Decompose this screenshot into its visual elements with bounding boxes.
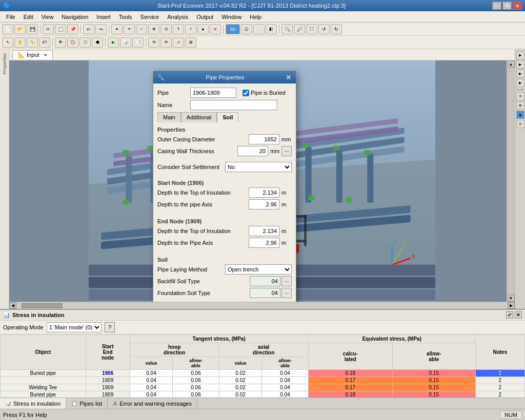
help-question-btn[interactable]: ? [105, 322, 115, 332]
tb-iso3[interactable]: ⤢ [173, 37, 184, 48]
tab-pipes-list[interactable]: 📋 Pipes list [66, 398, 108, 409]
input-tab[interactable]: 📐 Input × [12, 50, 53, 59]
name-input[interactable] [190, 100, 277, 110]
casing-wall-browse-btn[interactable]: ··· [281, 146, 292, 156]
depth-top-ins-end-input[interactable] [249, 226, 279, 236]
operating-mode-select[interactable]: 1 'Main mode' (0) [47, 322, 102, 332]
pipe-value-input[interactable] [190, 88, 236, 98]
rp-btn7-active[interactable]: ■ [516, 111, 524, 119]
tb-save[interactable]: 💾 [27, 24, 38, 34]
menu-insert[interactable]: Insert [92, 13, 115, 21]
menu-tools[interactable]: Tools [115, 13, 136, 21]
tb-tee[interactable]: T [173, 24, 184, 34]
depth-pipe-axis-start-input[interactable] [249, 199, 279, 209]
scroll-right-btn[interactable]: ▶ [508, 302, 515, 309]
tb-open[interactable]: 📂 [14, 24, 26, 34]
tab-main[interactable]: Main [157, 112, 181, 122]
rp-btn8[interactable]: ⊙ [516, 120, 524, 128]
tb-pipe[interactable]: ━ [124, 24, 135, 34]
h-scroll-thumb[interactable] [22, 303, 63, 308]
consider-soil-select[interactable]: No Yes [225, 162, 292, 172]
tb-solid[interactable]: ⬢ [92, 37, 103, 48]
tab-stress-in-insulation[interactable]: 📊 Stress in insulation [0, 398, 66, 409]
minimize-button[interactable]: ─ [492, 2, 501, 10]
restore-button[interactable]: ⧉ [502, 2, 512, 10]
menu-help[interactable]: Help [246, 13, 266, 21]
viewport-scrollbar[interactable]: ▲ ▼ [507, 60, 515, 302]
rp-btn1[interactable]: ▶ [516, 51, 524, 59]
scroll-down-btn[interactable]: ▼ [508, 295, 515, 302]
tb-paste[interactable]: 📌 [67, 24, 78, 34]
menu-output[interactable]: Output [192, 13, 217, 21]
menu-navigation[interactable]: Navigation [57, 13, 92, 21]
tb-redo[interactable]: ↪ [95, 24, 107, 34]
tb-zoom-in[interactable]: 🔍 [281, 24, 293, 34]
tab-soil[interactable]: Soil [217, 112, 238, 122]
tb-support[interactable]: ▲ [197, 24, 209, 34]
tb-delete[interactable]: ✕ [210, 24, 221, 34]
scroll-left-btn[interactable]: ◀ [9, 302, 16, 309]
dialog-title-bar[interactable]: 🔧 Pipe Properties ✕ [153, 71, 296, 83]
tb-elbow[interactable]: ⌐ [136, 24, 147, 34]
menu-window[interactable]: Window [217, 13, 246, 21]
dialog-close-icon[interactable]: ✕ [286, 73, 292, 81]
tb-valve[interactable]: ⊗ [148, 24, 159, 34]
tb-iso4[interactable]: ⊞ [185, 37, 196, 48]
tb-view3[interactable]: ◧ [266, 24, 277, 34]
depth-top-ins-start-input[interactable] [249, 187, 279, 198]
depth-pipe-axis-end-input[interactable] [249, 238, 279, 248]
pipe-laying-select[interactable]: Open trench Closed trench Tunnel [225, 264, 292, 275]
foundation-soil-input[interactable] [250, 288, 280, 298]
tb-select[interactable]: ↖ [2, 37, 13, 48]
rp-btn3[interactable]: ▶ [516, 70, 524, 78]
tb-zoom-out[interactable]: 🔎 [294, 24, 305, 34]
panel-close-btn[interactable]: ✕ [515, 311, 522, 319]
scroll-up-btn[interactable]: ▲ [508, 60, 515, 68]
tb-iso1[interactable]: ⟲ [148, 37, 159, 48]
backfill-soil-input[interactable] [250, 276, 280, 286]
tab-errors[interactable]: ⚠ Error and warning messages [108, 398, 197, 409]
tb-label[interactable]: 🏷 [39, 37, 50, 48]
tb-undo[interactable]: ↩ [83, 24, 94, 34]
rp-btn4[interactable]: ▶ [516, 79, 524, 87]
tb-node[interactable]: ● [111, 24, 123, 34]
viewport-h-scrollbar[interactable]: ◀ ▶ [9, 302, 515, 309]
tb-rotate-cw[interactable]: ↻ [331, 24, 342, 34]
tb-cross[interactable]: + [185, 24, 196, 34]
menu-analysis[interactable]: Analysis [163, 13, 192, 21]
input-tab-close[interactable]: × [44, 52, 47, 58]
menu-file[interactable]: File [2, 13, 19, 21]
tb-fit[interactable]: ⛶ [306, 24, 317, 34]
tb-cut[interactable]: ✂ [43, 24, 54, 34]
tb-pump[interactable]: ⊙ [160, 24, 172, 34]
tb-3d[interactable]: 3D [226, 24, 240, 34]
casing-wall-input[interactable] [237, 146, 268, 156]
tb-calc[interactable]: ▶ [108, 37, 119, 48]
menu-service[interactable]: Service [136, 13, 164, 21]
tb-new[interactable]: 📄 [2, 24, 13, 34]
tb-report[interactable]: 📑 [132, 37, 144, 48]
tb-rotate-ccw[interactable]: ↺ [318, 24, 330, 34]
panel-float-btn[interactable]: ⤢ [506, 311, 513, 319]
tab-additional[interactable]: Additional [181, 112, 217, 122]
tb-measure[interactable]: 📏 [27, 37, 38, 48]
menu-edit[interactable]: Edit [19, 13, 37, 21]
tb-pan[interactable]: ✋ [14, 37, 26, 48]
backfill-soil-browse-btn[interactable]: ··· [281, 276, 292, 286]
menu-view[interactable]: View [37, 13, 58, 21]
tb-result[interactable]: 📊 [120, 37, 131, 48]
outer-casing-input[interactable] [249, 134, 279, 144]
viewport-content[interactable]: x y z 🔧 Pipe Properties ✕ [9, 60, 515, 302]
tb-iso2[interactable]: ⟳ [160, 37, 172, 48]
rp-btn2[interactable]: ▶ [516, 60, 524, 69]
pipe-buried-checkbox[interactable] [243, 90, 249, 96]
rp-btn6[interactable]: ⊞ [516, 101, 524, 110]
tb-hide[interactable]: 🚫 [67, 37, 78, 48]
tb-show-all[interactable]: 👁 [55, 37, 66, 48]
tb-wire[interactable]: ⬡ [79, 37, 91, 48]
tb-view2[interactable]: ⬜ [253, 24, 265, 34]
rp-btn5[interactable]: ✕ [516, 92, 524, 100]
foundation-soil-browse-btn[interactable]: ··· [281, 288, 292, 298]
tb-copy[interactable]: 📋 [55, 24, 66, 34]
close-button[interactable]: ✕ [513, 2, 522, 10]
